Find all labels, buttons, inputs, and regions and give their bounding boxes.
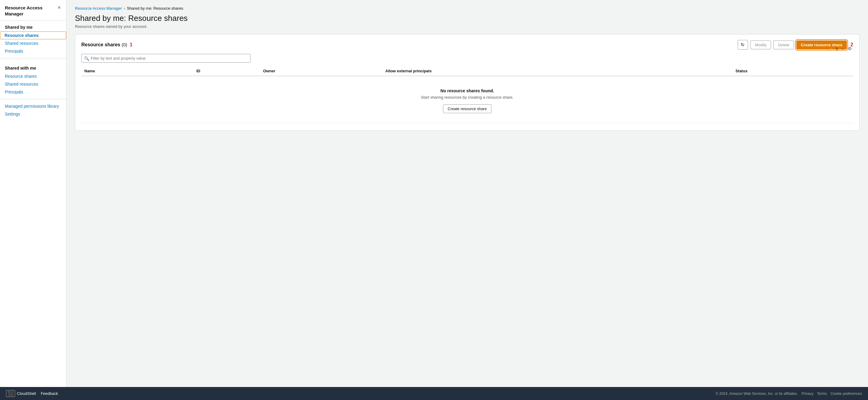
bottom-bar: ⬛ CloudShell Feedback © 2024, Amazon Web… xyxy=(0,387,868,400)
card-title-text: Resource shares xyxy=(81,42,120,47)
sidebar-item-principals-with-me[interactable]: Principals xyxy=(0,88,66,96)
card-title: Resource shares (0) 1 xyxy=(81,42,132,47)
filter-input-wrap: 🔍 xyxy=(81,54,251,63)
privacy-link[interactable]: Privacy xyxy=(802,392,813,396)
cloudshell-icon: ⬛ xyxy=(6,390,15,397)
empty-state-row: No resource shares found. Start sharing … xyxy=(81,76,853,123)
sidebar-item-principals-by-me[interactable]: Principals xyxy=(0,47,66,55)
table-head: Name ID Owner Allow external principals … xyxy=(81,66,853,76)
col-allow-external: Allow external principals xyxy=(382,66,732,76)
refresh-button[interactable]: ↻ xyxy=(738,40,748,50)
card-count: (0) xyxy=(122,42,127,47)
page-title: Shared by me: Resource shares xyxy=(75,13,860,23)
col-status: Status xyxy=(732,66,853,76)
sidebar: Resource Access Manager × Shared by me R… xyxy=(0,0,66,387)
card-header: Resource shares (0) 1 ↻ Modify Delete Cr… xyxy=(81,40,853,50)
pagination-next-button[interactable]: › xyxy=(840,46,845,52)
sidebar-item-shared-resources-by-me[interactable]: Shared resources xyxy=(0,39,66,47)
sidebar-header: Resource Access Manager × xyxy=(0,0,66,21)
filter-input[interactable] xyxy=(81,54,251,63)
sidebar-item-shared-resources-with-me[interactable]: Shared resources xyxy=(0,80,66,88)
main-content: Resource Access Manager › Shared by me: … xyxy=(66,0,868,387)
cloudshell-label: CloudShell xyxy=(17,391,36,396)
copyright-text: © 2024, Amazon Web Services, Inc. or its… xyxy=(716,392,798,396)
terms-link[interactable]: Terms xyxy=(817,392,827,396)
empty-state: No resource shares found. Start sharing … xyxy=(84,79,850,120)
sidebar-item-resource-shares-with-me[interactable]: Resource shares xyxy=(0,72,66,80)
col-name: Name xyxy=(81,66,193,76)
sidebar-item-managed-permissions[interactable]: Managed permissions library xyxy=(0,102,66,110)
feedback-button[interactable]: Feedback xyxy=(41,391,58,396)
breadcrumb-current: Shared by me: Resource shares xyxy=(127,6,183,10)
modify-button[interactable]: Modify xyxy=(750,40,771,49)
sidebar-item-settings[interactable]: Settings xyxy=(0,110,66,118)
sidebar-title: Resource Access Manager xyxy=(5,5,57,17)
delete-button[interactable]: Delete xyxy=(773,40,794,49)
empty-state-title: No resource shares found. xyxy=(90,88,844,93)
breadcrumb-link[interactable]: Resource Access Manager xyxy=(75,6,122,10)
breadcrumb: Resource Access Manager › Shared by me: … xyxy=(75,6,860,10)
empty-state-cell: No resource shares found. Start sharing … xyxy=(81,76,853,123)
page-subtitle: Resource shares owned by your account. xyxy=(75,24,860,29)
bottom-bar-left: ⬛ CloudShell Feedback xyxy=(6,390,58,397)
sidebar-divider-1 xyxy=(0,58,66,58)
cookie-preferences-link[interactable]: Cookie preferences xyxy=(831,392,862,396)
shared-with-me-section-label: Shared with me xyxy=(0,61,66,72)
shared-by-me-section-label: Shared by me xyxy=(0,21,66,31)
pagination-prev-button[interactable]: ‹ xyxy=(829,46,833,52)
empty-state-desc: Start sharing resources by creating a re… xyxy=(90,95,844,99)
sidebar-close-button[interactable]: × xyxy=(57,5,61,10)
table-header-row: Name ID Owner Allow external principals … xyxy=(81,66,853,76)
bottom-bar-right: © 2024, Amazon Web Services, Inc. or its… xyxy=(716,392,862,396)
table-body: No resource shares found. Start sharing … xyxy=(81,76,853,123)
pagination-settings-button[interactable]: ⚙ xyxy=(846,46,853,52)
resource-shares-table: Name ID Owner Allow external principals … xyxy=(81,66,853,123)
step-1-annotation: 1 xyxy=(130,42,132,48)
pagination-page-num: 1 xyxy=(834,47,839,51)
card-title-area: Resource shares (0) 1 xyxy=(81,42,132,48)
sidebar-item-resource-shares-by-me[interactable]: Resource shares xyxy=(0,31,66,39)
create-resource-share-button-empty[interactable]: Create resource share xyxy=(443,105,491,113)
cloudshell-button[interactable]: ⬛ CloudShell xyxy=(6,390,36,397)
col-id: ID xyxy=(193,66,260,76)
filter-row: 🔍 ‹ 1 › ⚙ xyxy=(81,54,853,63)
resource-shares-card: Resource shares (0) 1 ↻ Modify Delete Cr… xyxy=(75,34,860,131)
breadcrumb-separator: › xyxy=(124,6,125,10)
col-owner: Owner xyxy=(260,66,383,76)
sidebar-divider-2 xyxy=(0,99,66,99)
